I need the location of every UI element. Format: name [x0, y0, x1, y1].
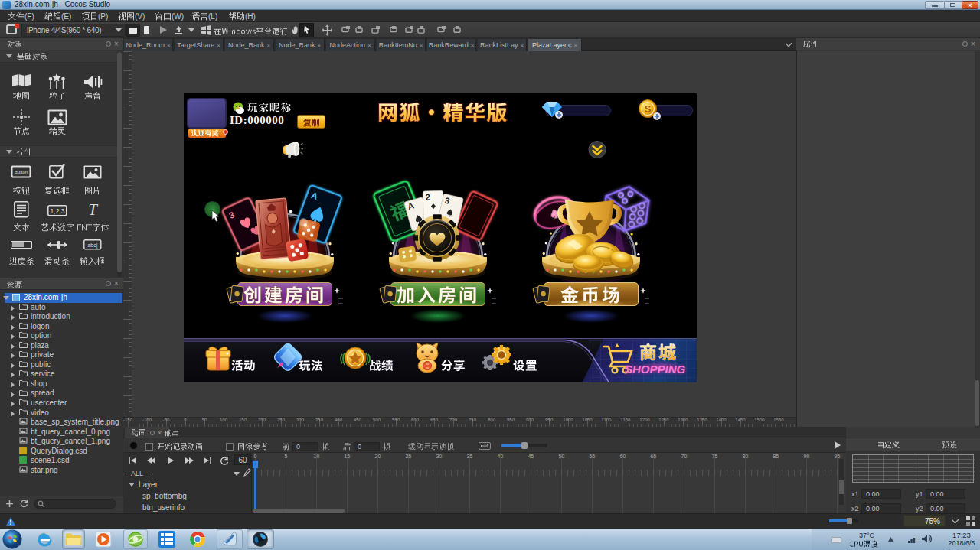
svg-text:T: T	[88, 201, 98, 219]
svg-text:2: 2	[425, 193, 430, 202]
svg-text:Button: Button	[15, 170, 28, 174]
svg-text:1,2,3: 1,2,3	[51, 207, 65, 215]
svg-text:S: S	[645, 103, 652, 115]
svg-text:abc|: abc|	[87, 242, 97, 249]
